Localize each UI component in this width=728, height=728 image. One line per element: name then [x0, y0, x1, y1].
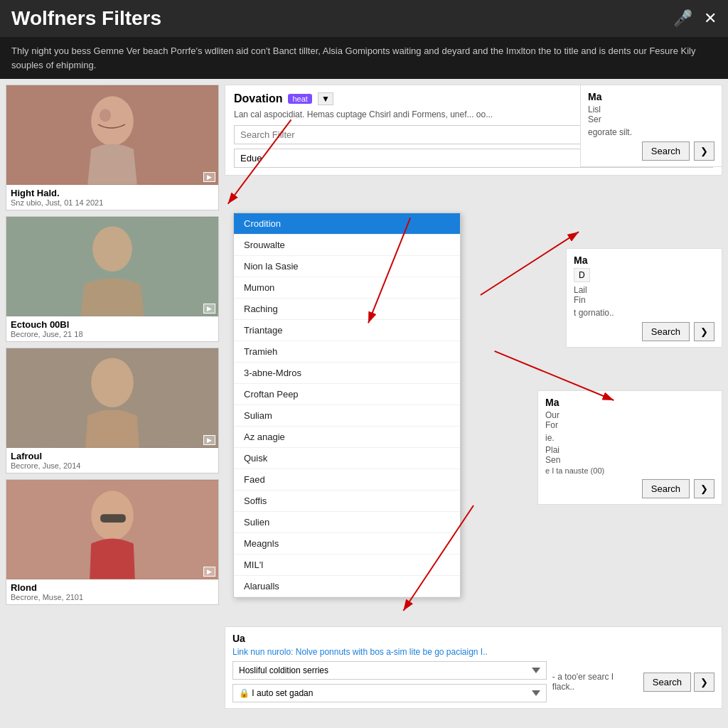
bottom-search-actions: Search ❯: [643, 673, 714, 692]
svg-rect-9: [100, 514, 126, 523]
dropdown-item-crodition[interactable]: Crodition: [234, 213, 460, 235]
main-content: NEBUFRON boorning ▶ Hight Hald. Snz ubio…: [0, 79, 728, 722]
filter-dropdown-button[interactable]: ▼: [318, 92, 333, 105]
listing-date: Becrore, Juse, 21 18: [11, 330, 214, 338]
result-extra-1: egorate silt.: [588, 127, 714, 137]
listing-date: Becrore, Muse, 2101: [11, 593, 214, 601]
play-icon[interactable]: ▶: [203, 567, 215, 577]
condition-select[interactable]: Hosliful coldition serries: [232, 661, 547, 680]
close-icon[interactable]: ✕: [704, 9, 717, 28]
dropdown-item-triantage[interactable]: Triantage: [234, 320, 460, 341]
bottom-title: Ua: [232, 633, 714, 644]
dropdown-item-raching[interactable]: Raching: [234, 299, 460, 320]
play-icon[interactable]: ▶: [203, 435, 215, 445]
banner-text: Thly night you bess Gemne Ver beach Porr…: [11, 46, 695, 70]
right-panel: Dovation heat ▼ Lan cal aspocidiat. Hema…: [225, 85, 722, 716]
result-d-badge: D: [574, 268, 590, 282]
search-button-3[interactable]: Search: [642, 479, 690, 498]
search-input-wrapper: ▼: [234, 125, 636, 144]
listing-name: Ectouch 00Bl: [11, 319, 214, 330]
dropdown-menu: Crodition Srouwalte Nion la Sasie Mumon …: [233, 213, 461, 598]
result-title-3: Ma: [545, 397, 714, 408]
auto-set-select[interactable]: 🔒 I auto set gadan: [232, 684, 547, 702]
chevron-button-1[interactable]: ❯: [694, 141, 714, 161]
svg-point-2: [100, 109, 111, 122]
result-desc-3: OurFor: [545, 410, 714, 430]
chevron-button-3[interactable]: ❯: [694, 479, 714, 498]
listing-image: CHOWFESSOR ▶: [6, 480, 218, 579]
bottom-controls: Hosliful coldition serries 🔒 I auto set …: [232, 661, 714, 702]
dropdown-item-quisk[interactable]: Quisk: [234, 448, 460, 469]
svg-point-6: [91, 358, 134, 407]
dropdown-item-faed[interactable]: Faed: [234, 469, 460, 491]
search-button-1[interactable]: Search: [642, 141, 690, 161]
list-item: CHOWFESSOR ▶ Ectouch 00Bl Becrore, Juse,…: [6, 216, 219, 342]
header: Wolfners Filters 🎤 ✕: [0, 0, 728, 37]
dropdown-item-azanagie[interactable]: Az anagie: [234, 427, 460, 448]
listing-name: Lafroul: [11, 451, 214, 461]
svg-point-1: [91, 96, 134, 146]
result-card-1: Ma LislSer egorate silt. Search ❯: [580, 85, 722, 167]
listing-info: Lafroul Becrore, Juse, 2014: [6, 448, 218, 473]
mic-icon[interactable]: 🎤: [673, 9, 692, 28]
result-title-2: Ma: [574, 255, 714, 266]
bottom-chevron-button[interactable]: ❯: [694, 673, 714, 692]
page-title: Wolfners Filters: [11, 7, 161, 30]
list-item: CHOWFESSOR ▶ Lafroul Becrore, Juse, 2014: [6, 348, 219, 473]
dropdown-item-nion[interactable]: Nion la Sasie: [234, 256, 460, 277]
result-card-3: Ma OurFor ie. PlaiSen e I ta nauste (00)…: [537, 390, 722, 505]
result-extra-3: ie.: [545, 433, 714, 443]
heat-badge: heat: [288, 94, 311, 104]
result-extra-3c: e I ta nauste (00): [545, 466, 714, 475]
bottom-link[interactable]: Link nun nurolo: Nolve ponnuts with bos …: [232, 647, 714, 657]
search-button-2[interactable]: Search: [642, 322, 690, 341]
listing-image: NEBUFRON boorning ▶: [6, 85, 218, 185]
list-item: NEBUFRON boorning ▶ Hight Hald. Snz ubio…: [6, 85, 219, 210]
bottom-selects: Hosliful coldition serries 🔒 I auto set …: [232, 661, 547, 702]
dropdown-item-mumon[interactable]: Mumon: [234, 277, 460, 299]
result-actions-1: Search ❯: [588, 141, 714, 161]
listing-date: Snz ubio, Just, 01 14 2021: [11, 198, 214, 207]
listing-image: CHOWFESSOR ▶: [6, 217, 218, 316]
dropdown-item-suliam[interactable]: Suliam: [234, 405, 460, 427]
listing-name: Rlond: [11, 582, 214, 593]
dropdown-item-soffis[interactable]: Soffis: [234, 491, 460, 512]
header-actions: 🎤 ✕: [673, 9, 717, 28]
result-extra-3b: PlaiSen: [545, 445, 714, 465]
filter-title: Dovation: [234, 92, 282, 105]
listing-date: Becrore, Juse, 2014: [11, 461, 214, 470]
listings-panel: NEBUFRON boorning ▶ Hight Hald. Snz ubio…: [6, 85, 219, 716]
result-actions-3: Search ❯: [545, 479, 714, 498]
svg-line-13: [481, 232, 579, 295]
chevron-button-2[interactable]: ❯: [694, 322, 714, 341]
bottom-desc: - a too'er searc I flack..: [552, 672, 638, 692]
play-icon[interactable]: ▶: [203, 172, 215, 182]
search-input[interactable]: [234, 125, 636, 144]
dropdown-item-croftan[interactable]: Croftan Peep: [234, 384, 460, 405]
result-actions-2: Search ❯: [574, 322, 714, 341]
listing-info: Hight Hald. Snz ubio, Just, 01 14 2021: [6, 185, 218, 210]
dropdown-item-tramieh[interactable]: Tramieh: [234, 341, 460, 363]
result-card-2: Ma D LailFin t gornatio.. Search ❯: [566, 248, 722, 348]
listing-info: Rlond Becrore, Muse, 2101: [6, 579, 218, 604]
result-desc-2: LailFin: [574, 285, 714, 305]
bottom-select-row-1: Hosliful coldition serries: [232, 661, 547, 680]
result-title-1: Ma: [588, 91, 714, 102]
list-item: CHOWFESSOR ▶ Rlond Becrore, Muse, 2101: [6, 479, 219, 605]
result-extra-2: t gornatio..: [574, 308, 714, 318]
result-desc-1: LislSer: [588, 105, 714, 124]
listing-image: CHOWFESSOR ▶: [6, 348, 218, 448]
dropdown-item-mill[interactable]: MIL'l: [234, 555, 460, 576]
bottom-search-button[interactable]: Search: [643, 673, 691, 692]
dropdown-item-3abne[interactable]: 3-abne-Mdros: [234, 363, 460, 384]
bottom-section: Ua Link nun nurolo: Nolve ponnuts with b…: [225, 626, 722, 709]
dropdown-item-meagnls[interactable]: Meagnls: [234, 533, 460, 555]
banner: Thly night you bess Gemne Ver beach Porr…: [0, 37, 728, 79]
listing-info: Ectouch 00Bl Becrore, Juse, 21 18: [6, 316, 218, 341]
play-icon[interactable]: ▶: [203, 304, 215, 314]
bottom-select-row-2: 🔒 I auto set gadan: [232, 684, 547, 702]
dropdown-item-srouwalte[interactable]: Srouwalte: [234, 235, 460, 256]
dropdown-item-alarualls[interactable]: Alarualls: [234, 576, 460, 597]
listing-name: Hight Hald.: [11, 188, 214, 198]
dropdown-item-sulien[interactable]: Sulien: [234, 512, 460, 533]
